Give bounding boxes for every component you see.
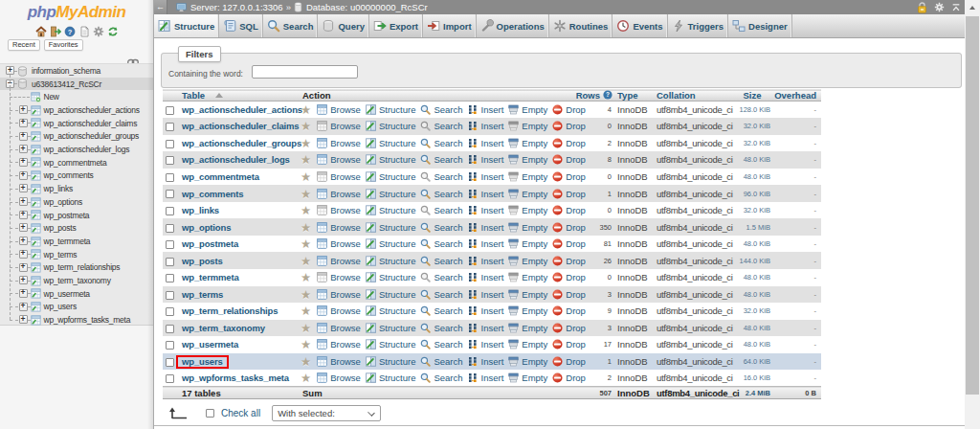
favorite-star-icon[interactable]: ★ — [301, 371, 311, 385]
structure-action-link[interactable]: Structure — [366, 305, 416, 316]
row-checkbox[interactable] — [166, 258, 174, 266]
browse-action-link[interactable]: Browse — [317, 189, 361, 199]
insert-action-link[interactable]: Insert — [468, 171, 504, 182]
row-checkbox[interactable] — [166, 224, 174, 233]
tree-item-wp_terms[interactable]: +wp_terms — [0, 248, 153, 261]
insert-action-link[interactable]: Insert — [468, 305, 504, 316]
favorite-star-icon[interactable]: ★ — [301, 304, 311, 318]
tree-item-wp_comments[interactable]: +wp_comments — [0, 169, 153, 183]
empty-action-link[interactable]: Empty — [508, 323, 547, 333]
with-selected-dropdown[interactable]: With selected: — [272, 405, 381, 421]
insert-action-link[interactable]: Insert — [468, 205, 504, 215]
gear-icon[interactable] — [934, 2, 945, 12]
column-header-rows[interactable]: Rows? — [586, 90, 612, 102]
table-name-link[interactable]: wp_wpforms_tasks_meta — [182, 373, 289, 383]
expand-toggle[interactable]: + — [19, 237, 28, 245]
browse-action-link[interactable]: Browse — [317, 222, 361, 233]
tab-operations[interactable]: Operations — [477, 14, 549, 37]
browse-action-link[interactable]: Browse — [317, 305, 361, 316]
row-checkbox[interactable] — [166, 291, 174, 300]
check-all-checkbox[interactable] — [206, 409, 214, 418]
tree-item-wp_postmeta[interactable]: +wp_postmeta — [0, 209, 153, 222]
browse-action-link[interactable]: Browse — [317, 323, 361, 333]
tree-item-new[interactable]: New — [0, 90, 153, 103]
search-action-link[interactable]: Search — [420, 289, 462, 300]
structure-action-link[interactable]: Structure — [366, 339, 416, 350]
table-name-link[interactable]: wp_actionscheduler_logs — [182, 154, 290, 165]
insert-action-link[interactable]: Insert — [468, 238, 504, 249]
search-action-link[interactable]: Search — [420, 205, 462, 215]
table-name-link[interactable]: wp_term_relationships — [182, 305, 278, 316]
tab-designer[interactable]: Designer — [728, 14, 792, 37]
expand-toggle[interactable]: + — [19, 105, 28, 114]
search-action-link[interactable]: Search — [420, 104, 462, 115]
empty-action-link[interactable]: Empty — [508, 189, 547, 199]
sidebar-button-favorites[interactable]: Favorites — [44, 39, 83, 51]
search-action-link[interactable]: Search — [420, 373, 462, 383]
table-name-link[interactable]: wp_links — [182, 205, 219, 215]
column-header-size[interactable]: Size — [732, 90, 772, 102]
structure-action-link[interactable]: Structure — [366, 104, 416, 115]
browse-action-link[interactable]: Browse — [317, 356, 361, 367]
expand-toggle[interactable]: + — [19, 211, 28, 219]
empty-action-link[interactable]: Empty — [508, 171, 547, 182]
drop-action-link[interactable]: Drop — [552, 373, 586, 383]
insert-action-link[interactable]: Insert — [468, 154, 504, 165]
browse-action-link[interactable]: Browse — [317, 171, 361, 182]
drop-action-link[interactable]: Drop — [552, 305, 586, 316]
expand-toggle[interactable]: + — [19, 250, 28, 259]
favorite-star-icon[interactable]: ★ — [301, 152, 311, 167]
search-action-link[interactable]: Search — [420, 272, 462, 282]
drop-action-link[interactable]: Drop — [552, 356, 586, 367]
drop-action-link[interactable]: Drop — [552, 238, 586, 249]
favorite-star-icon[interactable]: ★ — [301, 136, 311, 150]
insert-action-link[interactable]: Insert — [468, 189, 504, 199]
scrollbar-up-button[interactable] — [965, 0, 980, 15]
empty-action-link[interactable]: Empty — [508, 356, 547, 367]
search-action-link[interactable]: Search — [420, 154, 462, 165]
insert-action-link[interactable]: Insert — [468, 339, 504, 350]
empty-action-link[interactable]: Empty — [508, 305, 547, 316]
favorite-star-icon[interactable]: ★ — [301, 321, 311, 335]
drop-action-link[interactable]: Drop — [552, 189, 586, 199]
insert-action-link[interactable]: Insert — [468, 222, 504, 233]
home-icon[interactable] — [35, 26, 47, 37]
tree-item-wp_term_relationships[interactable]: +wp_term_relationships — [0, 261, 153, 275]
table-name-link[interactable]: wp_comments — [182, 189, 243, 199]
tree-item-u638613412_rcscr[interactable]: −u638613412_RcSCr — [0, 78, 153, 91]
settings-icon[interactable] — [93, 26, 104, 37]
empty-action-link[interactable]: Empty — [508, 205, 547, 215]
favorite-star-icon[interactable]: ★ — [301, 337, 311, 351]
scroll-top-icon[interactable] — [951, 3, 961, 12]
expand-toggle[interactable]: + — [19, 119, 28, 127]
search-action-link[interactable]: Search — [420, 121, 462, 131]
row-checkbox[interactable] — [166, 140, 174, 148]
expand-toggle[interactable]: + — [19, 158, 28, 167]
favorite-star-icon[interactable]: ★ — [301, 187, 311, 201]
breadcrumb-server[interactable]: Server: 127.0.0.1:3306 — [190, 2, 283, 12]
table-name-link[interactable]: wp_actionscheduler_actions — [182, 104, 302, 115]
empty-action-link[interactable]: Empty — [508, 238, 547, 249]
insert-action-link[interactable]: Insert — [468, 272, 504, 282]
expand-toggle[interactable]: + — [19, 171, 28, 180]
insert-action-link[interactable]: Insert — [468, 256, 504, 266]
favorite-star-icon[interactable]: ★ — [301, 287, 311, 302]
expand-toggle[interactable]: + — [19, 303, 28, 311]
tree-item-wp_actionscheduler_actions[interactable]: +wp_actionscheduler_actions — [0, 103, 153, 117]
favorite-star-icon[interactable]: ★ — [301, 220, 311, 235]
tree-item-wp_users[interactable]: +wp_users — [0, 301, 153, 314]
search-action-link[interactable]: Search — [420, 171, 462, 182]
favorite-star-icon[interactable]: ★ — [301, 237, 311, 251]
structure-action-link[interactable]: Structure — [366, 121, 416, 131]
scrollbar-thumb[interactable] — [966, 16, 979, 395]
drop-action-link[interactable]: Drop — [552, 121, 586, 131]
browse-action-link[interactable]: Browse — [317, 205, 361, 215]
drop-action-link[interactable]: Drop — [552, 104, 586, 115]
tab-structure[interactable]: Structure — [154, 14, 219, 37]
row-checkbox[interactable] — [166, 173, 174, 182]
row-checkbox[interactable] — [166, 106, 174, 115]
search-action-link[interactable]: Search — [420, 238, 462, 249]
browse-action-link[interactable]: Browse — [317, 256, 361, 266]
structure-action-link[interactable]: Structure — [366, 289, 416, 300]
drop-action-link[interactable]: Drop — [552, 323, 586, 333]
